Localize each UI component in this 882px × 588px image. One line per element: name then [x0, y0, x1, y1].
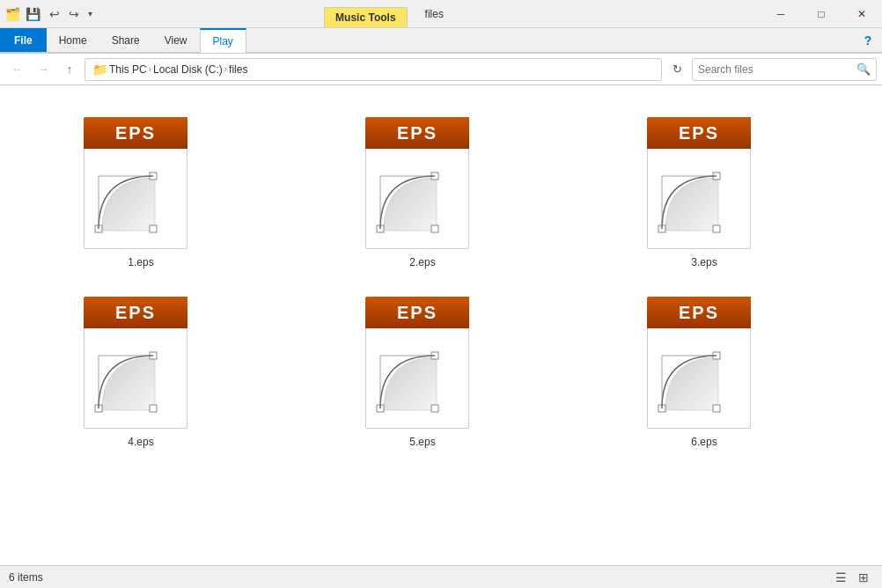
title-bar-left: 🗂️ 💾 ↩ ↪ ▾: [0, 0, 320, 27]
close-button[interactable]: ✕: [842, 0, 882, 28]
eps-icon: EPS: [647, 297, 761, 429]
file-name: 4.eps: [128, 436, 153, 448]
tab-file[interactable]: File: [0, 28, 47, 52]
files-grid: EPS 1.eps: [18, 103, 863, 462]
ribbon: File Home Share View Play ?: [0, 28, 882, 54]
eps-art: [366, 331, 470, 419]
breadcrumb-files[interactable]: files: [229, 63, 247, 76]
svg-rect-12: [713, 225, 720, 232]
window-title: files: [425, 8, 444, 20]
eps-art: [366, 151, 470, 239]
svg-rect-7: [431, 225, 438, 232]
file-name: 3.eps: [691, 256, 717, 268]
quick-access-save[interactable]: 💾: [22, 5, 44, 23]
address-folder-icon[interactable]: 📁: [92, 62, 107, 77]
breadcrumb-local-disk[interactable]: Local Disk (C:): [153, 63, 223, 76]
file-name: 6.eps: [691, 436, 717, 448]
eps-art: [648, 151, 752, 239]
view-large-icons-button[interactable]: ⊞: [854, 568, 873, 587]
file-name: 2.eps: [409, 256, 435, 268]
address-bar: ← → ↑ 📁 This PC › Local Disk (C:) › file…: [0, 54, 882, 85]
status-count: 6 items: [9, 571, 43, 584]
eps-art: [85, 331, 188, 419]
eps-art: [85, 151, 188, 239]
maximize-button[interactable]: □: [801, 0, 842, 28]
breadcrumb-chevron-2: ›: [224, 64, 227, 74]
forward-button[interactable]: →: [32, 58, 55, 81]
svg-rect-2: [150, 225, 157, 232]
svg-rect-22: [431, 405, 438, 412]
status-bar-right: ☰ ⊞: [831, 568, 873, 587]
refresh-button[interactable]: ↻: [665, 58, 688, 81]
tab-view[interactable]: View: [152, 28, 200, 52]
file-item[interactable]: EPS 3.eps: [581, 103, 827, 283]
eps-label: EPS: [647, 117, 751, 149]
eps-art: [648, 331, 752, 419]
tab-play[interactable]: Play: [200, 28, 246, 53]
svg-rect-17: [150, 405, 157, 412]
search-box[interactable]: 🔍: [692, 58, 877, 81]
eps-label: EPS: [365, 117, 469, 149]
title-bar: 🗂️ 💾 ↩ ↪ ▾ Music Tools files ─ □ ✕: [0, 0, 882, 28]
up-button[interactable]: ↑: [58, 58, 81, 81]
ribbon-tabs: File Home Share View Play ?: [0, 28, 882, 53]
eps-label: EPS: [84, 117, 187, 149]
title-bar-path: files: [411, 0, 451, 27]
title-bar-tabs: Music Tools: [320, 0, 410, 27]
quick-access-redo[interactable]: ↪: [65, 5, 83, 23]
file-item[interactable]: EPS 4.eps: [18, 283, 264, 462]
file-item[interactable]: EPS 5.eps: [299, 283, 546, 462]
minimize-button[interactable]: ─: [761, 0, 801, 28]
quick-access-undo[interactable]: ↩: [46, 5, 63, 23]
tab-share[interactable]: Share: [99, 28, 152, 52]
eps-icon: EPS: [84, 297, 198, 429]
eps-icon: EPS: [365, 117, 480, 249]
ribbon-help-button[interactable]: ?: [854, 28, 882, 53]
file-item[interactable]: EPS 1.eps: [18, 103, 264, 283]
eps-label: EPS: [84, 297, 187, 328]
main-area: EPS 1.eps: [0, 85, 882, 565]
address-parts: 📁 This PC › Local Disk (C:) › files: [92, 62, 247, 77]
quick-access-dropdown[interactable]: ▾: [85, 7, 96, 20]
file-name: 1.eps: [128, 256, 153, 268]
tab-home[interactable]: Home: [47, 28, 99, 52]
title-bar-controls: ─ □ ✕: [761, 0, 882, 27]
file-item[interactable]: EPS 2.eps: [299, 103, 546, 283]
eps-icon: EPS: [84, 117, 198, 249]
music-tools-tab[interactable]: Music Tools: [324, 7, 407, 27]
address-input[interactable]: 📁 This PC › Local Disk (C:) › files: [85, 58, 662, 81]
svg-rect-27: [713, 405, 720, 412]
breadcrumb-this-pc[interactable]: This PC: [109, 63, 147, 76]
app-icon: 🗂️: [5, 7, 20, 21]
eps-label: EPS: [647, 297, 751, 328]
file-name: 5.eps: [409, 436, 435, 448]
search-input[interactable]: [698, 63, 853, 76]
back-button[interactable]: ←: [5, 58, 28, 81]
eps-label: EPS: [365, 297, 469, 328]
eps-icon: EPS: [365, 297, 480, 429]
search-icon[interactable]: 🔍: [856, 62, 871, 76]
eps-icon: EPS: [647, 117, 761, 249]
breadcrumb-chevron-1: ›: [149, 64, 151, 74]
status-bar: 6 items ☰ ⊞: [0, 565, 882, 588]
view-details-button[interactable]: ☰: [831, 568, 850, 587]
file-item[interactable]: EPS 6.eps: [581, 283, 827, 462]
